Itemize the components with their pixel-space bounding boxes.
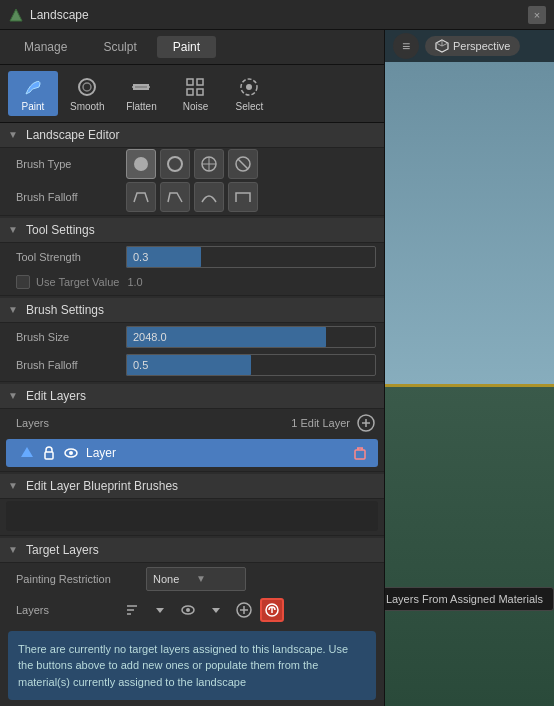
svg-marker-32: [156, 608, 164, 613]
tool-noise[interactable]: Noise: [170, 71, 220, 116]
tool-strength-input[interactable]: 0.3: [126, 246, 376, 268]
painting-restriction-select[interactable]: None ▼: [146, 567, 246, 591]
falloff-square[interactable]: [228, 182, 258, 212]
tab-paint[interactable]: Paint: [157, 36, 216, 58]
sort-dropdown-button[interactable]: [148, 598, 172, 622]
svg-point-12: [168, 157, 182, 171]
layer-item[interactable]: Layer: [6, 439, 378, 467]
edit-layers-section[interactable]: ▼ Edit Layers: [0, 384, 384, 409]
painting-restriction-row: Painting Restriction None ▼: [0, 563, 384, 595]
svg-line-17: [238, 159, 248, 169]
brush-type-row: Brush Type: [0, 148, 384, 181]
dropdown-arrow-icon: ▼: [196, 573, 239, 584]
painting-restriction-label: Painting Restriction: [16, 573, 146, 585]
chevron-down-icon-2: ▼: [8, 224, 20, 236]
svg-point-1: [79, 79, 95, 95]
svg-point-34: [186, 608, 190, 612]
edit-layers-label: Layers: [16, 417, 291, 429]
tool-smooth[interactable]: Smooth: [62, 71, 112, 116]
use-target-value-value: 1.0: [127, 276, 142, 288]
divider-2: [0, 295, 384, 296]
tool-select[interactable]: Select: [224, 71, 274, 116]
brush-type-alpha[interactable]: [228, 149, 258, 179]
tool-smooth-label: Smooth: [70, 101, 104, 112]
brush-falloff-value-label: Brush Falloff: [16, 359, 126, 371]
svg-point-11: [134, 157, 148, 171]
tool-paint-label: Paint: [22, 101, 45, 112]
window-title: Landscape: [30, 8, 528, 22]
brush-falloff-input[interactable]: [126, 354, 376, 376]
brush-type-circle-filled[interactable]: [126, 149, 156, 179]
tab-manage[interactable]: Manage: [8, 36, 83, 58]
brush-size-input[interactable]: [126, 326, 376, 348]
brush-type-grid[interactable]: [194, 149, 224, 179]
title-bar: Landscape ×: [0, 0, 554, 30]
noise-icon: [183, 75, 207, 99]
landscape-editor-title: Landscape Editor: [26, 128, 119, 142]
tool-settings-section[interactable]: ▼ Tool Settings: [0, 218, 384, 243]
add-target-layer-button[interactable]: [232, 598, 256, 622]
brush-settings-title: Brush Settings: [26, 303, 104, 317]
falloff-circle[interactable]: [194, 182, 224, 212]
divider-1: [0, 215, 384, 216]
app-icon: [8, 7, 24, 23]
use-target-value-checkbox[interactable]: [16, 275, 30, 289]
blueprint-brushes-area: [6, 501, 378, 531]
blueprint-brushes-section[interactable]: ▼ Edit Layer Blueprint Brushes: [0, 474, 384, 499]
tooltip: Create Layers From Assigned Materials: [385, 587, 554, 611]
close-button[interactable]: ×: [528, 6, 546, 24]
brush-size-input-container: [126, 326, 376, 348]
create-from-materials-button[interactable]: [260, 598, 284, 622]
smooth-icon: [75, 75, 99, 99]
brush-type-options: [126, 149, 376, 179]
add-edit-layer-button[interactable]: [356, 413, 376, 433]
svg-rect-5: [187, 79, 193, 85]
tool-flatten-label: Flatten: [126, 101, 157, 112]
svg-point-10: [246, 84, 252, 90]
visibility-button[interactable]: [176, 598, 200, 622]
hamburger-icon: ≡: [402, 38, 410, 54]
svg-marker-21: [21, 447, 33, 457]
sort-layers-button[interactable]: [120, 598, 144, 622]
info-box-text: There are currently no target layers ass…: [18, 643, 348, 688]
paint-icon: [21, 75, 45, 99]
chevron-down-icon-6: ▼: [8, 544, 20, 556]
target-layers-section[interactable]: ▼ Target Layers: [0, 538, 384, 563]
chevron-down-icon-4: ▼: [8, 390, 20, 402]
edit-layers-title: Edit Layers: [26, 389, 86, 403]
viewport-menu-button[interactable]: ≡: [393, 33, 419, 59]
cube-icon: [435, 39, 449, 53]
brush-size-label: Brush Size: [16, 331, 126, 343]
tab-sculpt[interactable]: Sculpt: [87, 36, 152, 58]
painting-restriction-value: None: [153, 573, 196, 585]
layer-lock-icon: [40, 444, 58, 462]
tool-settings-title: Tool Settings: [26, 223, 95, 237]
svg-rect-25: [355, 450, 365, 459]
tool-flatten[interactable]: Flatten: [116, 71, 166, 116]
brush-type-circle-outline[interactable]: [160, 149, 190, 179]
brush-type-label: Brush Type: [16, 158, 126, 170]
brush-settings-section[interactable]: ▼ Brush Settings: [0, 298, 384, 323]
tool-strength-input-container: 0.3: [126, 246, 376, 268]
delete-layer-button[interactable]: [350, 443, 370, 463]
tab-bar: Manage Sculpt Paint: [0, 30, 384, 65]
tool-paint[interactable]: Paint: [8, 71, 58, 116]
use-target-value-label: Use Target Value: [36, 276, 119, 288]
tool-select-label: Select: [236, 101, 264, 112]
svg-rect-8: [197, 89, 203, 95]
viewport-perspective-button[interactable]: Perspective: [425, 36, 520, 56]
landscape-editor-section[interactable]: ▼ Landscape Editor: [0, 123, 384, 148]
divider-3: [0, 381, 384, 382]
visibility-dropdown-button[interactable]: [204, 598, 228, 622]
chevron-down-icon-5: ▼: [8, 480, 20, 492]
svg-line-44: [442, 43, 448, 46]
blueprint-brushes-title: Edit Layer Blueprint Brushes: [26, 479, 178, 493]
divider-5: [0, 535, 384, 536]
target-layers-title: Target Layers: [26, 543, 99, 557]
svg-rect-22: [45, 452, 53, 459]
falloff-trap-sym[interactable]: [126, 182, 156, 212]
falloff-trap-asym[interactable]: [160, 182, 190, 212]
layer-eye-icon[interactable]: [62, 444, 80, 462]
use-target-value-row: Use Target Value 1.0: [0, 271, 384, 293]
main-area: Manage Sculpt Paint Paint Smooth: [0, 30, 554, 706]
